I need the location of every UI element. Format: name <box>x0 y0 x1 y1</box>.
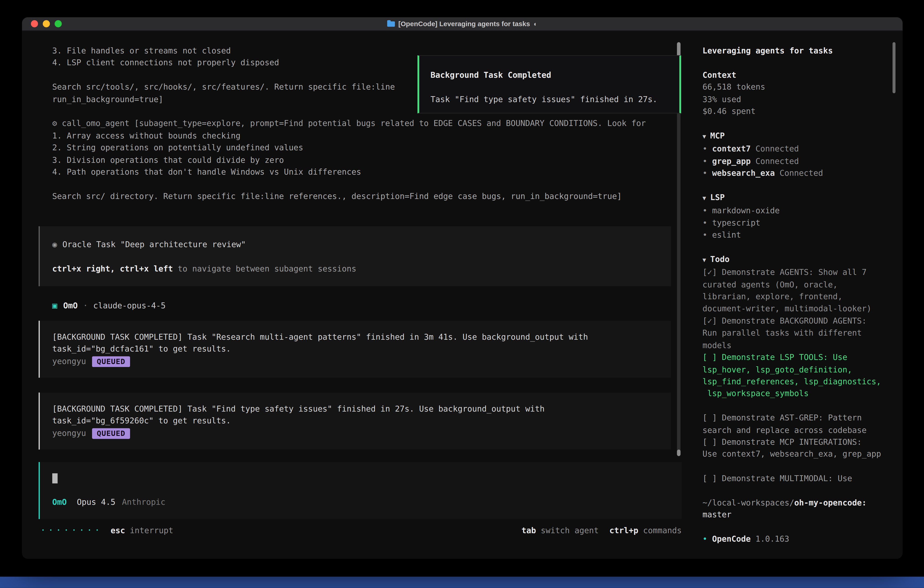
blank-line <box>703 484 891 496</box>
terminal-line: Search src/ directory. Return specific f… <box>52 190 686 202</box>
blank-line <box>703 241 891 253</box>
todo-line: curated agents (OmO, oracle, <box>703 278 891 291</box>
message-author: yeongyu <box>52 428 86 438</box>
todo-item: [✓] Demonstrate BACKGROUND AGENTS: Run p… <box>703 315 891 351</box>
sidebar: Leveraging agents for tasks Context 66,5… <box>686 31 903 559</box>
mcp-item: •websearch_exaConnected <box>703 167 891 179</box>
todo-line: librarian, explore, frontend, <box>703 291 891 302</box>
mcp-item: •context7Connected <box>703 142 891 155</box>
terminal-line: 3. Division operations that could divide… <box>52 154 686 165</box>
bullet-icon: • <box>703 168 707 178</box>
sidebar-scrollbar-thumb[interactable] <box>893 42 896 93</box>
fisheye-icon: ◉ <box>52 239 57 249</box>
text-cursor <box>52 473 58 483</box>
todo-item-active: [ ] Demonstrate LSP TOOLS: Use lsp_hover… <box>703 351 891 400</box>
main-pane: 3. File handles or streams not closed 4.… <box>22 31 686 559</box>
ctrlp-key-pair: ctrl+pcommands <box>609 525 681 535</box>
scrollbar-thumb[interactable] <box>677 42 680 56</box>
context-spent: $0.46 spent <box>703 105 891 117</box>
lsp-section-header[interactable]: ▼LSP <box>703 191 891 205</box>
traffic-lights <box>31 20 62 27</box>
session-title: Leveraging agents for tasks <box>703 45 891 57</box>
terminal-line: 4. Path operations that don't handle Win… <box>52 166 686 178</box>
todo-line: [ ] Demonstrate MULTIMODAL: Use <box>703 472 891 484</box>
todo-section-header[interactable]: ▼Todo <box>703 253 891 266</box>
esc-key-hint: esc <box>111 525 125 535</box>
blank-line <box>52 250 671 263</box>
tab-key-label: switch agent <box>541 525 599 535</box>
oracle-task-panel: ◉Oracle Task "Deep architecture review" … <box>39 226 671 286</box>
lsp-item: •eslint <box>703 229 891 241</box>
folder-icon <box>387 21 395 26</box>
minimize-button[interactable] <box>43 20 50 27</box>
context-used: 33% used <box>703 93 891 105</box>
close-button[interactable] <box>31 20 38 27</box>
version-footer: •OpenCode1.0.163 <box>703 533 891 545</box>
lsp-name: eslint <box>712 230 741 239</box>
tool-call-header: ⚙call_omo_agent [subagent_type=explore, … <box>52 117 686 129</box>
lsp-item: •markdown-oxide <box>703 205 891 216</box>
desktop-wallpaper-strip <box>0 576 924 588</box>
status-right: tabswitch agent ctrl+pcommands <box>511 525 682 535</box>
message-text: [BACKGROUND TASK COMPLETED] Task "Find t… <box>52 403 671 415</box>
todo-item: [✓] Demonstrate AGENTS: Show all 7 curat… <box>703 266 891 315</box>
lsp-heading: LSP <box>710 192 725 202</box>
oracle-hint-line: ctrl+x right, ctrl+x left to navigate be… <box>52 263 671 275</box>
window-title: [OpenCode] Leveraging agents for tasks ◐ <box>387 20 538 27</box>
mcp-item: •grep_appConnected <box>703 155 891 167</box>
bullet-icon: • <box>703 534 707 543</box>
prompt-input[interactable]: OmOOpus 4.5Anthropic <box>39 462 682 519</box>
esc-key-label: interrupt <box>130 525 173 535</box>
input-line <box>52 472 682 484</box>
mcp-section-header[interactable]: ▼MCP <box>703 129 891 143</box>
bullet-icon: • <box>703 144 707 154</box>
bullet-icon: • <box>703 218 707 227</box>
ctrlp-key-label: commands <box>643 525 682 535</box>
input-provider-name: Anthropic <box>122 497 165 507</box>
workspace-repo: oh-my-opencode: <box>794 498 866 507</box>
todo-heading: Todo <box>710 254 729 264</box>
workspace-branch: master <box>703 509 891 521</box>
window-titlebar: [OpenCode] Leveraging agents for tasks ◐ <box>22 17 903 31</box>
desktop: [OpenCode] Leveraging agents for tasks ◐… <box>0 0 924 588</box>
ctrlp-key-hint: ctrl+p <box>609 525 638 535</box>
app-name: OpenCode <box>712 534 751 543</box>
workspace-path-line: ~/local-workspaces/oh-my-opencode: <box>703 496 891 509</box>
mcp-status: Connected <box>756 156 799 165</box>
todo-item: [ ] Demonstrate MCP INTEGRATIONS: Use co… <box>703 436 891 460</box>
status-badge: QUEUED <box>92 428 130 439</box>
app-content: 3. File handles or streams not closed 4.… <box>22 31 903 559</box>
blank-line <box>703 521 891 533</box>
todo-line: Use context7, websearch_exa, grep_app <box>703 448 891 460</box>
message-box: [BACKGROUND TASK COMPLETED] Task "Find t… <box>39 393 671 450</box>
toast-notification[interactable]: Background Task Completed Task "Find typ… <box>417 55 681 114</box>
bullet-icon: • <box>703 230 707 239</box>
agent-model: claude-opus-4-5 <box>93 300 165 312</box>
app-version: 1.0.163 <box>756 534 789 543</box>
message-text: task_id="bg_6f59260c" to get results. <box>52 415 671 427</box>
window-title-text: [OpenCode] Leveraging agents for tasks <box>398 20 530 27</box>
todo-line: [✓] Demonstrate AGENTS: Show all 7 <box>703 266 891 278</box>
mcp-name: grep_app <box>712 156 751 165</box>
blank-line <box>52 484 682 496</box>
tab-key-hint: tab <box>521 525 536 535</box>
mcp-status: Connected <box>780 168 823 178</box>
mcp-heading: MCP <box>710 130 725 140</box>
todo-line: models <box>703 339 891 351</box>
todo-line: [ ] Demonstrate MCP INTEGRATIONS: <box>703 436 891 448</box>
scrollbar-thumb[interactable] <box>677 449 680 456</box>
todo-line: [✓] Demonstrate BACKGROUND AGENTS: <box>703 315 891 327</box>
todo-item: [ ] Demonstrate AST-GREP: Pattern search… <box>703 411 891 436</box>
message-text: [BACKGROUND TASK COMPLETED] Task "Resear… <box>52 330 671 343</box>
half-moon-icon: ◐ <box>534 20 538 27</box>
zoom-button[interactable] <box>54 20 62 27</box>
lsp-item: •typescript <box>703 216 891 228</box>
todo-line: lsp_workspace_symbols <box>703 387 891 400</box>
message-author: yeongyu <box>52 356 86 366</box>
terminal-line: 3. File handles or streams not closed <box>52 45 686 57</box>
context-tokens: 66,518 tokens <box>703 81 891 93</box>
status-left: ········ esc interrupt <box>40 525 173 535</box>
todo-line: [ ] Demonstrate AST-GREP: Pattern <box>703 411 891 424</box>
message-meta: yeongyuQUEUED <box>52 427 671 439</box>
message-box: [BACKGROUND TASK COMPLETED] Task "Resear… <box>39 320 671 378</box>
